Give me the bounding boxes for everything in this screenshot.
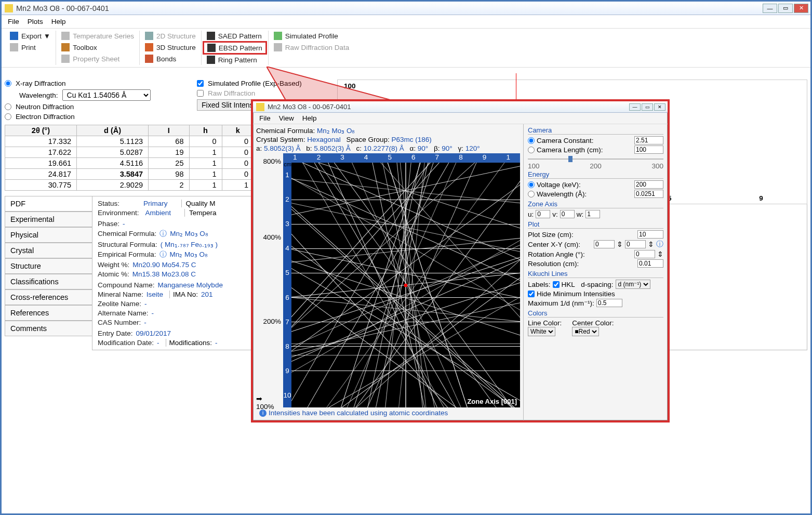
voltage-input[interactable]: [634, 180, 663, 189]
table-row[interactable]: 19.6614.51162510: [5, 158, 254, 169]
tab-structure[interactable]: Structure: [5, 258, 92, 274]
center-color-select[interactable]: ■Red: [572, 327, 599, 336]
menu-file[interactable]: File: [5, 17, 22, 27]
popup-close-button[interactable]: ✕: [654, 103, 665, 111]
raw-diffraction-checkbox[interactable]: [197, 90, 204, 97]
popup-titlebar: Mn2 Mo3 O8 - 00-067-0401 — ▭ ✕: [253, 101, 668, 113]
saed-pattern-button[interactable]: SAED Pattern: [204, 31, 266, 41]
main-titlebar: Mn2 Mo3 O8 - 00-067-0401 — ▭ ✕: [2, 2, 810, 15]
pattern-icon: [207, 56, 215, 64]
resolution-input[interactable]: [637, 259, 663, 268]
rotation-input[interactable]: [634, 250, 655, 258]
popup-minimize-button[interactable]: —: [629, 103, 641, 111]
simulated-profile-button[interactable]: Simulated Profile: [271, 31, 805, 41]
tab-crystal[interactable]: Crystal: [5, 243, 92, 258]
tab-cross-references[interactable]: Cross-references: [5, 289, 92, 305]
popup-menu-view[interactable]: View: [276, 113, 297, 123]
ring-pattern-button[interactable]: Ring Pattern: [204, 55, 266, 65]
popup-menubar: File View Help: [253, 113, 668, 124]
max-d-input[interactable]: [596, 299, 622, 307]
hide-min-checkbox[interactable]: [528, 290, 535, 297]
popup-footer-note: iIntensities have been calculated using …: [256, 407, 520, 418]
close-button[interactable]: ✕: [794, 4, 808, 13]
ebsd-pattern-button[interactable]: EBSD Pattern: [203, 41, 267, 55]
pattern-x-axis: 1234567891: [283, 153, 520, 163]
popup-maximize-button[interactable]: ▭: [642, 103, 653, 111]
table-row[interactable]: 17.6225.02871910: [5, 147, 254, 158]
ebsd-popup: Mn2 Mo3 O8 - 00-067-0401 — ▭ ✕ File View…: [251, 99, 670, 422]
zone-u-input[interactable]: [536, 210, 550, 218]
raw-diffraction-button[interactable]: Raw Diffraction Data: [271, 42, 805, 52]
neutron-radio[interactable]: Neutron Diffraction: [5, 103, 187, 111]
property-sheet-button[interactable]: Property Sheet: [58, 54, 137, 64]
sim-profile-checkbox[interactable]: [197, 80, 204, 87]
app-icon: [5, 4, 13, 12]
table-header[interactable]: d (Å): [77, 125, 149, 136]
table-header[interactable]: I: [149, 125, 189, 136]
wavelength-label: Wavelength:: [19, 91, 58, 99]
electron-radio[interactable]: Electron Diffraction: [5, 113, 187, 121]
camera-length-radio[interactable]: [528, 147, 535, 153]
window-buttons: — ▭ ✕: [763, 4, 808, 13]
center-x-input[interactable]: [594, 240, 615, 248]
pattern-y-axis: 800% cm 400% 200% ➡ 100%: [256, 153, 283, 407]
save-icon: [10, 32, 18, 40]
fixed-slit-button[interactable]: Fixed Slit Intens: [197, 99, 258, 111]
app-icon: [256, 103, 264, 111]
minimize-button[interactable]: —: [763, 4, 777, 13]
menu-plots[interactable]: Plots: [24, 17, 46, 27]
zone-w-input[interactable]: [585, 210, 600, 218]
camera-slider[interactable]: 100200300: [528, 155, 663, 163]
popup-menu-help[interactable]: Help: [299, 113, 320, 123]
plot-size-input[interactable]: [637, 230, 663, 239]
center-y-input[interactable]: [625, 240, 646, 248]
wavelength-radio[interactable]: [528, 191, 535, 197]
popup-menu-file[interactable]: File: [256, 113, 274, 123]
wavelength-select[interactable]: Cu Kα1 1.54056 Å: [62, 89, 151, 101]
table-header[interactable]: h: [189, 125, 222, 136]
tab-references[interactable]: References: [5, 305, 92, 321]
table-row[interactable]: 17.3325.11236800: [5, 136, 254, 147]
maximize-button[interactable]: ▭: [778, 4, 793, 13]
zone-v-input[interactable]: [560, 210, 575, 218]
print-button[interactable]: Print: [7, 42, 54, 52]
2d-icon: [145, 32, 153, 40]
hkl-checkbox[interactable]: [553, 281, 560, 288]
dspacing-select[interactable]: d (nm⁻¹): [616, 280, 650, 289]
3d-icon: [145, 43, 153, 51]
2d-structure-button[interactable]: 2D Structure: [142, 31, 199, 41]
main-toolbar: Export ▼ Print . Temperature Series Tool…: [2, 29, 810, 68]
table-row[interactable]: 30.7752.9029211: [5, 180, 254, 191]
bonds-icon: [145, 55, 153, 63]
camera-length-input[interactable]: [634, 146, 663, 154]
tab-physical[interactable]: Physical: [5, 227, 92, 243]
reflections-table: 2θ (°)d (Å)Ihk 17.3325.1123680017.6225.0…: [5, 125, 254, 191]
table-header[interactable]: 2θ (°): [5, 125, 77, 136]
line-color-select[interactable]: White: [528, 327, 555, 336]
tab-experimental[interactable]: Experimental: [5, 212, 92, 227]
tab-comments[interactable]: Comments: [5, 321, 92, 336]
toolbox-icon: [61, 43, 70, 51]
xray-radio[interactable]: X-ray Diffraction: [5, 80, 187, 87]
page-icon: [61, 55, 70, 63]
bonds-button[interactable]: Bonds: [142, 54, 199, 64]
camera-constant-radio[interactable]: [528, 137, 535, 144]
toolbox-button[interactable]: Toolbox: [58, 42, 137, 52]
pattern-icon: [207, 32, 215, 40]
export-button[interactable]: Export ▼: [7, 31, 54, 41]
info-icon[interactable]: ⓘ: [656, 240, 663, 249]
print-icon: [10, 43, 18, 51]
tab-classifications[interactable]: Classifications: [5, 274, 92, 289]
menu-help[interactable]: Help: [48, 17, 69, 27]
wavelength-input[interactable]: [634, 190, 663, 198]
table-header[interactable]: k: [222, 125, 254, 136]
3d-structure-button[interactable]: 3D Structure: [142, 42, 199, 52]
chart-icon: [274, 32, 282, 40]
data-icon: [274, 43, 282, 51]
table-row[interactable]: 24.8173.58479810: [5, 169, 254, 180]
camera-constant-input[interactable]: [634, 136, 663, 144]
temperature-series-button[interactable]: Temperature Series: [58, 31, 137, 41]
tab-pdf[interactable]: PDF: [5, 196, 92, 212]
svg-marker-0: [267, 67, 402, 103]
voltage-radio[interactable]: [528, 181, 535, 188]
